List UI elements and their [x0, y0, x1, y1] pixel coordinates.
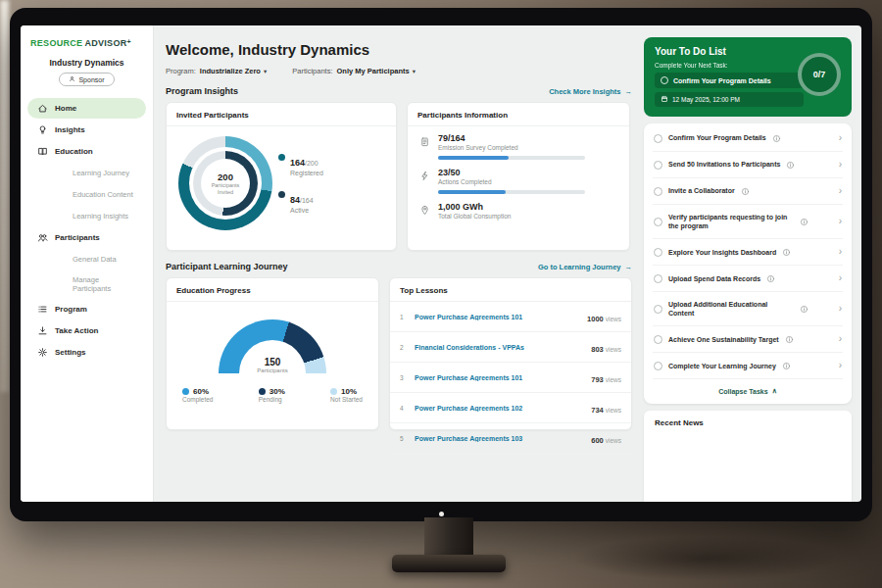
sidebar-item[interactable]: Learning Insights — [27, 206, 146, 226]
task-checkbox[interactable] — [654, 335, 662, 344]
task-checkbox[interactable] — [654, 362, 662, 370]
info-value: 23/50 — [438, 168, 585, 177]
task-row[interactable]: Upload Spend Data Records — [653, 266, 843, 292]
participants-filter-dropdown[interactable]: Participants: Only My Participants ▾ — [292, 67, 416, 75]
task-checkbox[interactable] — [654, 218, 662, 226]
sidebar-item[interactable]: Manage Participants — [27, 270, 146, 298]
actions-icon — [419, 169, 430, 181]
info-icon[interactable] — [785, 335, 794, 344]
app-logo: RESOURCEADVISOR+ — [21, 25, 153, 50]
info-value: 79/164 — [438, 133, 585, 143]
lesson-link[interactable]: Power Purchase Agreements 101 — [415, 314, 580, 320]
info-icon[interactable] — [782, 248, 791, 257]
lesson-link[interactable]: Power Purchase Agreements 103 — [415, 435, 584, 442]
lesson-views-suffix: views — [606, 407, 621, 414]
invited-card-title: Invited Participants — [167, 103, 396, 126]
sidebar-item[interactable]: Settings — [27, 342, 146, 363]
legend-item: 30% Pending — [259, 387, 285, 403]
info-icon[interactable] — [766, 274, 775, 283]
task-label: Confirm Your Program Details — [668, 133, 766, 142]
filter-bar: Program: Industrialize Zero ▾ Participan… — [166, 67, 632, 75]
task-checkbox[interactable] — [654, 161, 662, 170]
consumption-icon — [419, 203, 430, 216]
sidebar-item[interactable]: Home — [27, 98, 146, 119]
task-row[interactable]: Confirm Your Program Details — [653, 125, 843, 152]
sponsor-badge[interactable]: Sponsor — [59, 73, 114, 86]
task-row[interactable]: Send 50 Invitations to Participants — [653, 152, 843, 178]
sidebar-item[interactable]: Education Content — [27, 184, 146, 205]
invited-donut-center: 200 Participants Invited — [201, 159, 250, 208]
recent-news-header[interactable]: Recent News — [644, 411, 852, 502]
chevron-right-icon — [839, 186, 842, 196]
lesson-views-count: 803 — [591, 345, 604, 354]
check-more-insights-label: Check More Insights — [549, 87, 620, 96]
info-icon[interactable] — [772, 134, 781, 143]
lesson-views-suffix: views — [606, 316, 621, 322]
logo-text-secondary: ADVISOR — [84, 38, 126, 48]
sidebar-item[interactable]: Learning Journey — [27, 163, 146, 183]
task-row[interactable]: Invite a Collaborator — [653, 178, 843, 205]
logo-plus: + — [127, 38, 131, 45]
info-icon[interactable] — [800, 218, 808, 226]
learning-journey-header: Participant Learning Journey Go to Learn… — [166, 262, 632, 271]
task-row[interactable]: Explore Your Insights Dashboard — [653, 239, 843, 266]
task-row[interactable]: Verify participants requesting to join t… — [653, 205, 843, 239]
sidebar-item[interactable]: Education — [27, 141, 146, 162]
program-insights-title: Program Insights — [166, 86, 238, 96]
task-row[interactable]: Complete Your Learning Journey — [653, 353, 843, 379]
app-window: RESOURCEADVISOR+ Industry Dynamics Spons… — [21, 25, 861, 502]
sidebar-item-label: Learning Insights — [73, 212, 128, 220]
task-row[interactable]: Upload Additional Educational Content — [653, 292, 843, 326]
sidebar-item-label: Program — [55, 305, 87, 314]
power-led — [439, 512, 444, 516]
legend-label: Pending — [259, 396, 285, 403]
task-checkbox[interactable] — [654, 248, 662, 257]
lesson-views-count: 1000 — [587, 315, 604, 323]
sidebar-item[interactable]: Participants — [27, 227, 146, 248]
go-to-learning-journey-link[interactable]: Go to Learning Journey → — [538, 263, 632, 271]
chevron-right-icon — [839, 334, 842, 344]
page-title: Welcome, Industry Dynamics — [166, 41, 632, 58]
task-checkbox[interactable] — [654, 187, 662, 196]
task-row[interactable]: Achieve One Sustainability Target — [653, 326, 843, 353]
sidebar-item[interactable]: General Data — [27, 249, 146, 270]
main-content: Welcome, Industry Dynamics Program: Indu… — [154, 25, 644, 502]
chevron-right-icon — [839, 133, 842, 143]
sidebar-item[interactable]: Program — [27, 299, 146, 319]
sponsor-label: Sponsor — [78, 76, 104, 83]
lesson-link[interactable]: Power Purchase Agreements 101 — [415, 374, 584, 381]
info-icon[interactable] — [800, 305, 808, 314]
info-icon[interactable] — [786, 161, 795, 170]
task-checkbox[interactable] — [661, 76, 668, 84]
next-task-row[interactable]: Confirm Your Program Details — [655, 73, 804, 88]
settings-icon — [37, 347, 48, 358]
task-due-date: 12 May 2025, 12:00 PM — [672, 96, 740, 103]
program-filter-dropdown[interactable]: Program: Industrialize Zero ▾ — [166, 67, 267, 75]
sidebar-item[interactable]: Insights — [27, 120, 146, 140]
info-rows: 79/164 Emission Survey Completed 23/50 A… — [408, 126, 629, 220]
task-checkbox[interactable] — [654, 134, 662, 143]
lesson-views-suffix: views — [606, 346, 621, 353]
check-more-insights-link[interactable]: Check More Insights → — [549, 87, 632, 96]
program-filter-value: Industrialize Zero — [200, 67, 261, 75]
task-label: Verify participants requesting to join t… — [668, 213, 794, 230]
info-icon[interactable] — [782, 362, 791, 370]
lesson-rank: 5 — [400, 435, 408, 442]
invited-total-label: Participants Invited — [206, 182, 245, 195]
program-filter-label: Program: — [166, 67, 196, 75]
next-task-label: Confirm Your Program Details — [673, 77, 771, 84]
lesson-link[interactable]: Power Purchase Agreements 102 — [415, 405, 584, 412]
sidebar-item-label: Take Action — [55, 326, 98, 335]
sidebar-item-label: Insights — [55, 125, 85, 134]
lesson-link[interactable]: Financial Considerations - VPPAs — [415, 344, 584, 351]
legend-value: 30% — [270, 387, 285, 396]
info-row: 1,000 GWh Total Global Consumption — [408, 195, 629, 220]
task-checkbox[interactable] — [654, 305, 662, 314]
info-icon[interactable] — [741, 187, 750, 196]
collapse-tasks-button[interactable]: Collapse Tasks ∧ — [653, 379, 843, 402]
lesson-row: 5 Power Purchase Agreements 103 600views — [390, 423, 631, 454]
sidebar-item[interactable]: Take Action — [27, 320, 146, 341]
task-checkbox[interactable] — [654, 274, 662, 283]
lesson-views: 1000views — [587, 308, 621, 325]
program-icon — [37, 304, 48, 315]
